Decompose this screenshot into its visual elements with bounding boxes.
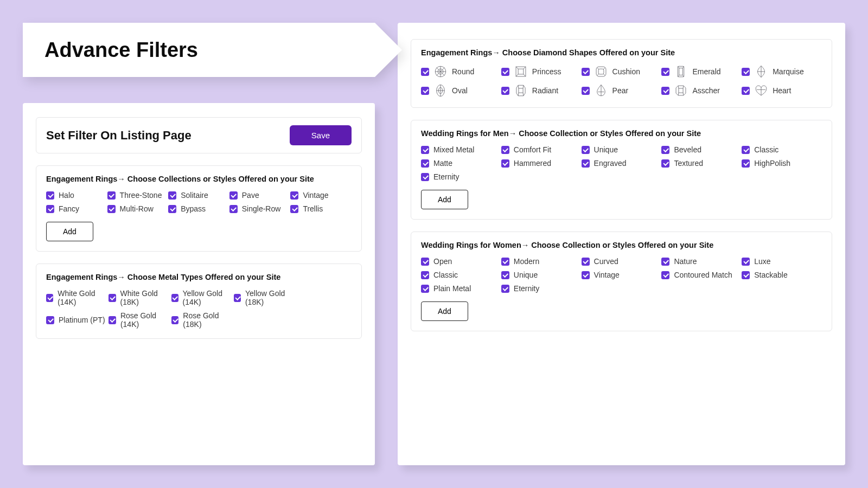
option-yellow-gold-14k-[interactable]: Yellow Gold (14K) (171, 289, 234, 306)
checkbox[interactable] (661, 159, 669, 168)
option-round[interactable]: Round (421, 65, 501, 79)
checkbox[interactable] (421, 173, 429, 181)
add-button[interactable]: Add (46, 222, 93, 241)
option-multi-row[interactable]: Multi-Row (107, 204, 169, 213)
option-pear[interactable]: Pear (582, 84, 662, 98)
checkbox[interactable] (742, 146, 750, 154)
option-pave[interactable]: Pave (229, 191, 291, 200)
option-white-gold-18k-[interactable]: White Gold (18K) (108, 289, 171, 306)
checkbox[interactable] (107, 191, 116, 200)
option-white-gold-14k-[interactable]: White Gold (14K) (46, 289, 108, 306)
option-heart[interactable]: Heart (742, 84, 822, 98)
option-nature[interactable]: Nature (661, 257, 742, 266)
option-mixed-metal[interactable]: Mixed Metal (421, 145, 501, 154)
checkbox[interactable] (46, 294, 53, 302)
checkbox[interactable] (290, 191, 298, 200)
option-rose-gold-18k-[interactable]: Rose Gold (18K) (171, 311, 234, 329)
option-vintage[interactable]: Vintage (290, 191, 352, 200)
option-eternity[interactable]: Eternity (421, 172, 501, 181)
option-engraved[interactable]: Engraved (582, 159, 662, 168)
option-marquise[interactable]: Marquise (742, 65, 822, 79)
checkbox[interactable] (501, 68, 509, 76)
checkbox[interactable] (171, 316, 179, 324)
checkbox[interactable] (742, 87, 750, 95)
checkbox[interactable] (661, 87, 669, 95)
option-modern[interactable]: Modern (501, 257, 582, 266)
checkbox[interactable] (582, 146, 590, 154)
checkbox[interactable] (421, 258, 429, 266)
option-bypass[interactable]: Bypass (168, 204, 229, 213)
checkbox[interactable] (582, 271, 590, 279)
checkbox[interactable] (234, 294, 241, 302)
checkbox[interactable] (501, 271, 509, 279)
checkbox[interactable] (501, 285, 509, 293)
checkbox[interactable] (107, 205, 116, 213)
option-oval[interactable]: Oval (421, 84, 501, 98)
option-asscher[interactable]: Asscher (661, 84, 742, 98)
checkbox[interactable] (501, 159, 509, 168)
checkbox[interactable] (421, 159, 429, 168)
option-single-row[interactable]: Single-Row (229, 204, 291, 213)
option-cushion[interactable]: Cushion (582, 65, 662, 79)
option-hammered[interactable]: Hammered (501, 159, 582, 168)
option-beveled[interactable]: Beveled (661, 145, 742, 154)
option-textured[interactable]: Textured (661, 159, 742, 168)
checkbox[interactable] (582, 87, 590, 95)
option-vintage[interactable]: Vintage (582, 271, 662, 279)
option-radiant[interactable]: Radiant (501, 84, 582, 98)
option-platinum-pt-[interactable]: Platinum (PT) (46, 311, 108, 329)
checkbox[interactable] (421, 146, 429, 154)
checkbox[interactable] (501, 87, 509, 95)
option-classic[interactable]: Classic (421, 271, 501, 279)
checkbox[interactable] (46, 316, 54, 324)
option-emerald[interactable]: Emerald (661, 65, 742, 79)
checkbox[interactable] (742, 258, 750, 266)
option-rose-gold-14k-[interactable]: Rose Gold (14K) (108, 311, 171, 329)
checkbox[interactable] (661, 68, 669, 76)
option-stackable[interactable]: Stackable (742, 271, 822, 279)
option-solitaire[interactable]: Solitaire (168, 191, 229, 200)
checkbox[interactable] (742, 68, 750, 76)
option-eternity[interactable]: Eternity (501, 284, 582, 293)
option-trellis[interactable]: Trellis (290, 204, 352, 213)
checkbox[interactable] (168, 205, 176, 213)
option-princess[interactable]: Princess (501, 65, 582, 79)
option-unique[interactable]: Unique (501, 271, 582, 279)
checkbox[interactable] (582, 159, 590, 168)
option-matte[interactable]: Matte (421, 159, 501, 168)
checkbox[interactable] (742, 271, 750, 279)
checkbox[interactable] (46, 191, 54, 200)
option-fancy[interactable]: Fancy (46, 204, 107, 213)
checkbox[interactable] (171, 294, 178, 302)
option-highpolish[interactable]: HighPolish (742, 159, 822, 168)
checkbox[interactable] (661, 258, 669, 266)
checkbox[interactable] (108, 316, 116, 324)
option-luxe[interactable]: Luxe (742, 257, 822, 266)
checkbox[interactable] (421, 271, 429, 279)
add-button[interactable]: Add (421, 301, 468, 321)
option-open[interactable]: Open (421, 257, 501, 266)
option-comfort-fit[interactable]: Comfort Fit (501, 145, 582, 154)
checkbox[interactable] (742, 159, 750, 168)
checkbox[interactable] (229, 191, 238, 200)
checkbox[interactable] (661, 146, 669, 154)
checkbox[interactable] (421, 285, 429, 293)
checkbox[interactable] (661, 271, 669, 279)
option-plain-metal[interactable]: Plain Metal (421, 284, 501, 293)
checkbox[interactable] (421, 68, 429, 76)
checkbox[interactable] (501, 258, 509, 266)
checkbox[interactable] (168, 191, 176, 200)
add-button[interactable]: Add (421, 190, 468, 209)
option-yellow-gold-18k-[interactable]: Yellow Gold (18K) (234, 289, 296, 306)
checkbox[interactable] (108, 294, 116, 302)
checkbox[interactable] (421, 87, 429, 95)
option-halo[interactable]: Halo (46, 191, 107, 200)
checkbox[interactable] (46, 205, 54, 213)
checkbox[interactable] (501, 146, 509, 154)
option-classic[interactable]: Classic (742, 145, 822, 154)
option-curved[interactable]: Curved (582, 257, 662, 266)
option-unique[interactable]: Unique (582, 145, 662, 154)
checkbox[interactable] (290, 205, 298, 213)
option-contoured-match[interactable]: Contoured Match (661, 271, 742, 279)
checkbox[interactable] (229, 205, 238, 213)
